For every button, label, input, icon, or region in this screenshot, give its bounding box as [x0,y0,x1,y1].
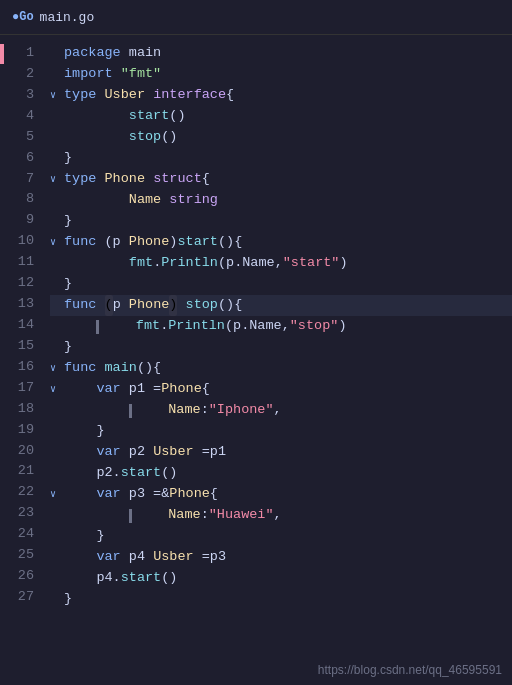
fold-24 [50,529,64,545]
fold-15 [50,340,64,356]
fold-26 [50,571,64,587]
code-line-3: ∨ type Usber interface{ [50,85,512,106]
fold-25 [50,550,64,566]
fold-6 [50,151,64,167]
fold-27 [50,592,64,608]
code-line-23: Name:"Huawei", [50,505,512,526]
code-line-14: fmt.Println(p.Name,"stop") [50,316,512,337]
fold-2 [50,67,64,83]
fold-4 [50,109,64,125]
code-line-7: ∨ type Phone struct{ [50,169,512,190]
code-line-24: } [50,526,512,547]
code-line-12: } [50,274,512,295]
line-indicator-23 [129,509,132,523]
code-line-26: p4.start() [50,568,512,589]
code-line-20: var p2 Usber =p1 [50,442,512,463]
code-line-5: stop() [50,127,512,148]
line-indicator-18 [129,404,132,418]
watermark: https://blog.csdn.net/qq_46595591 [318,663,502,677]
code-line-11: fmt.Println(p.Name,"start") [50,253,512,274]
code-line-25: var p4 Usber =p3 [50,547,512,568]
tab-main-go[interactable]: ●Go main.go [0,0,106,34]
code-line-22: ∨ var p3 =&Phone{ [50,484,512,505]
code-line-18: Name:"Iphone", [50,400,512,421]
fold-7[interactable]: ∨ [50,172,64,188]
tab-filename: main.go [40,10,95,25]
code-line-9: } [50,211,512,232]
fold-10[interactable]: ∨ [50,235,64,251]
fold-17[interactable]: ∨ [50,382,64,398]
fold-18 [50,403,64,419]
code-area: package main import "fmt" ∨ type Usber i… [42,35,512,685]
code-line-17: ∨ var p1 =Phone{ [50,379,512,400]
fold-16[interactable]: ∨ [50,361,64,377]
code-line-2: import "fmt" [50,64,512,85]
line-numbers: 12345 678910 1112131415 1617181920 21222… [0,35,42,685]
fold-14 [50,319,64,335]
code-line-1: package main [50,43,512,64]
fold-5 [50,130,64,146]
code-line-21: p2.start() [50,463,512,484]
fold-8 [50,193,64,209]
fold-13 [50,298,64,314]
go-language-icon: ●Go [12,10,34,24]
code-line-4: start() [50,106,512,127]
error-bar [0,35,4,685]
code-line-27: } [50,589,512,610]
tab-bar: ●Go main.go [0,0,512,35]
line-indicator [96,320,99,334]
code-container: 12345 678910 1112131415 1617181920 21222… [0,35,512,685]
fold-23 [50,508,64,524]
code-line-10: ∨ func (p Phone)start(){ [50,232,512,253]
fold-12 [50,277,64,293]
fold-21 [50,466,64,482]
code-line-16: ∨ func main(){ [50,358,512,379]
fold-20 [50,445,64,461]
fold-3[interactable]: ∨ [50,88,64,104]
error-indicator [0,44,4,64]
fold-1 [50,46,64,62]
code-line-19: } [50,421,512,442]
code-line-15: } [50,337,512,358]
code-line-6: } [50,148,512,169]
code-line-8: Name string [50,190,512,211]
fold-9 [50,214,64,230]
fold-11 [50,256,64,272]
code-line-13: func (p Phone) stop(){ [50,295,512,316]
editor-window: ●Go main.go 12345 678910 1112131415 1617… [0,0,512,685]
fold-19 [50,424,64,440]
fold-22[interactable]: ∨ [50,487,64,503]
